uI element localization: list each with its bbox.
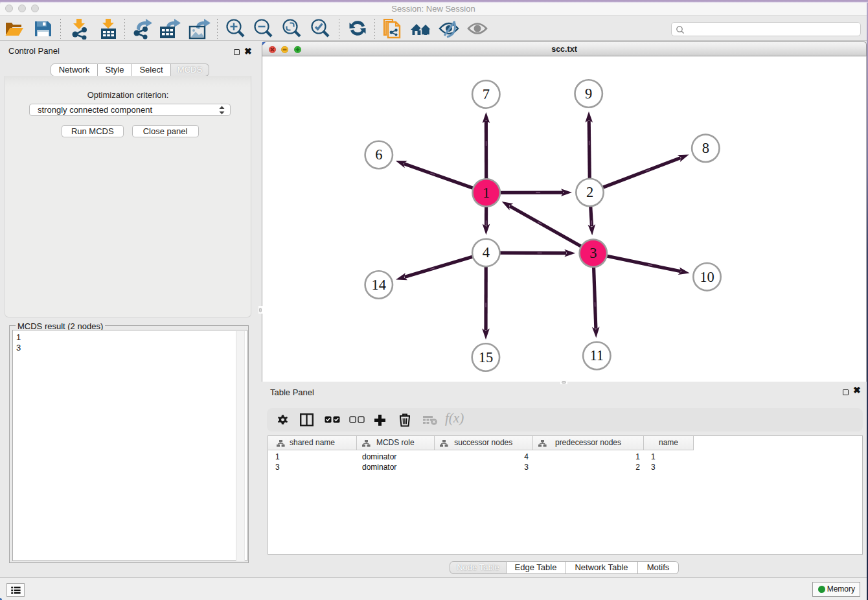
svg-text:2: 2	[586, 184, 593, 200]
svg-text:15: 15	[479, 349, 494, 365]
svg-text:7: 7	[483, 86, 490, 102]
svg-text:9: 9	[585, 86, 592, 102]
svg-text:4: 4	[483, 244, 490, 260]
svg-text:6: 6	[375, 146, 382, 163]
svg-text:14: 14	[372, 277, 387, 293]
svg-text:3: 3	[589, 245, 597, 261]
svg-text:1: 1	[483, 185, 490, 201]
svg-text:8: 8	[702, 140, 709, 156]
svg-text:11: 11	[589, 347, 604, 363]
svg-text:10: 10	[700, 269, 714, 285]
